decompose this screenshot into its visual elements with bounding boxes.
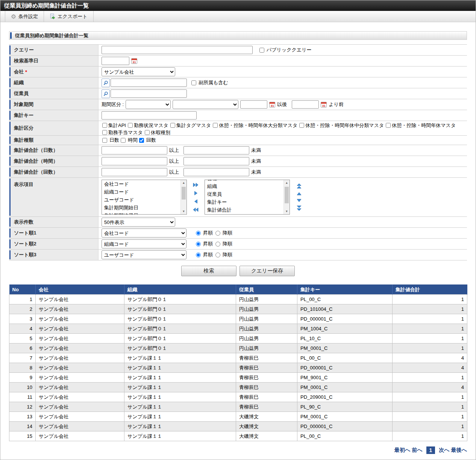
checkbox[interactable] (145, 130, 150, 135)
checkbox[interactable] (170, 123, 175, 128)
period-detail-select[interactable] (173, 100, 238, 109)
checkbox[interactable] (102, 138, 107, 143)
calendar-icon[interactable] (321, 102, 327, 107)
sort1-desc-option[interactable]: 降順 (215, 230, 232, 236)
checkbox-option[interactable]: 勤務状況マスタ (127, 122, 168, 129)
sort1-select[interactable]: 会社コード (102, 228, 186, 238)
sort2-desc-radio[interactable] (215, 242, 220, 247)
sort3-asc-radio[interactable] (196, 253, 201, 257)
calendar-icon[interactable] (131, 58, 137, 64)
move-up-icon[interactable] (297, 192, 302, 195)
employee-input[interactable] (111, 89, 187, 98)
checkbox[interactable] (128, 123, 133, 128)
list-option[interactable]: ユーザコード (102, 196, 180, 204)
list-option[interactable]: 会社コード (102, 180, 180, 188)
export-button[interactable]: エクスポート (44, 11, 94, 22)
checkbox[interactable] (299, 123, 304, 128)
move-all-left-icon[interactable] (193, 207, 199, 212)
total-hours-max-input[interactable] (183, 157, 249, 165)
period-type-select[interactable] (126, 100, 171, 109)
checkbox[interactable] (386, 123, 391, 128)
scrollbar[interactable]: ▲▼ (283, 180, 290, 214)
available-items-list[interactable]: 会社コード組織コードユーザコード集計期間開始日集計期間終了日 ▲▼ (102, 180, 187, 215)
checkbox-option[interactable]: 休暇種別 (144, 129, 170, 136)
total-count-min-input[interactable] (102, 168, 167, 176)
move-bottom-icon[interactable] (297, 206, 302, 211)
page-size-select[interactable]: 50件表示 (102, 218, 175, 227)
employee-search-button[interactable] (102, 89, 110, 98)
company-select[interactable]: サンプル会社 (102, 67, 175, 76)
checkbox[interactable] (139, 138, 144, 143)
sort2-asc-option[interactable]: 昇順 (195, 241, 213, 247)
sub-org-option[interactable]: 副所属も含む (191, 79, 228, 86)
checkbox[interactable] (102, 130, 107, 135)
sort2-select[interactable]: 組織コード (102, 239, 186, 248)
checkbox-option[interactable]: 集計タグマスタ (170, 122, 211, 129)
checkbox-option[interactable]: 休憩・控除・時間年休中分類マスタ (299, 122, 384, 129)
sort1-asc-radio[interactable] (196, 231, 201, 236)
move-down-icon[interactable] (297, 199, 302, 202)
list-option[interactable]: 組織 (205, 182, 283, 190)
checkbox-option[interactable]: 勤務手当マスタ (102, 129, 143, 136)
list-option[interactable]: 集計期間終了日 (102, 212, 180, 215)
period-to-input[interactable] (292, 100, 319, 109)
checkbox-option[interactable]: 休憩・控除・時間年休大分類マスタ (212, 122, 297, 129)
calendar-icon[interactable] (269, 102, 275, 107)
col-header-company[interactable]: 会社 (36, 285, 124, 295)
public-query-option[interactable]: パブリッククエリー (259, 47, 311, 53)
sort1-desc-radio[interactable] (215, 231, 220, 236)
list-option[interactable]: 従業員 (205, 190, 283, 198)
base-date-input[interactable] (102, 57, 129, 65)
sort3-desc-radio[interactable] (215, 253, 220, 257)
col-header-total[interactable]: 集計値合計 (393, 285, 467, 295)
total-days-max-input[interactable] (183, 146, 249, 154)
sort2-desc-option[interactable]: 降順 (215, 241, 232, 247)
checkbox-option[interactable]: 日数 (102, 137, 119, 144)
scrollbar[interactable]: ▲▼ (180, 180, 186, 214)
move-right-icon[interactable] (194, 191, 198, 195)
move-top-icon[interactable] (297, 183, 302, 189)
col-header-employee[interactable]: 従業員 (236, 285, 297, 295)
sub-org-checkbox[interactable] (191, 80, 196, 85)
period-from-input[interactable] (240, 100, 267, 109)
sort3-asc-option[interactable]: 昇順 (195, 251, 213, 258)
total-days-min-input[interactable] (102, 146, 167, 154)
next-page-link[interactable]: 次へ (439, 447, 449, 454)
list-option[interactable]: 会社 (205, 180, 283, 182)
col-header-agg-key[interactable]: 集計キー (297, 285, 393, 295)
org-input[interactable] (111, 79, 187, 87)
sort2-asc-radio[interactable] (196, 242, 201, 247)
sort1-asc-option[interactable]: 昇順 (195, 230, 213, 236)
checkbox[interactable] (213, 123, 218, 128)
list-option[interactable]: 集計期間開始日 (102, 204, 180, 212)
search-button[interactable]: 検索 (181, 266, 236, 276)
sort3-desc-option[interactable]: 降順 (215, 251, 232, 258)
list-option[interactable]: 組織コード (102, 188, 180, 196)
checkbox[interactable] (102, 123, 107, 128)
save-query-button[interactable]: クエリー保存 (240, 266, 295, 276)
org-search-button[interactable] (102, 79, 110, 87)
agg-key-input[interactable] (102, 111, 197, 120)
table-row: 3サンプル会社サンプル部門０１円山益男PD_000001_C1 (9, 314, 467, 324)
last-page-link[interactable]: 最後へ (451, 447, 467, 454)
sort3-select[interactable]: ユーザコード (102, 250, 186, 259)
checkbox-option[interactable]: 回数 (138, 137, 156, 144)
checkbox-option[interactable]: 集計API (102, 122, 126, 129)
total-count-max-input[interactable] (183, 168, 249, 176)
list-option[interactable]: 集計値合計 (205, 206, 283, 214)
col-header-org[interactable]: 組織 (124, 285, 236, 295)
list-option[interactable]: 集計キー (205, 198, 283, 206)
query-input[interactable] (102, 46, 253, 54)
first-page-link[interactable]: 最初へ (394, 447, 410, 454)
checkbox[interactable] (121, 138, 126, 143)
checkbox-option[interactable]: 時間 (120, 137, 138, 144)
col-header-no[interactable]: No (9, 285, 36, 295)
selected-items-list[interactable]: 会社組織従業員集計キー集計値合計 ▲▼ (205, 180, 290, 215)
prev-page-link[interactable]: 前へ (412, 447, 422, 454)
checkbox-option[interactable]: 休憩・控除・時間年休マスタ (385, 122, 456, 129)
total-hours-min-input[interactable] (102, 157, 167, 165)
settings-button[interactable]: 条件設定 (5, 11, 44, 22)
public-query-checkbox[interactable] (259, 48, 264, 53)
move-left-icon[interactable] (194, 199, 198, 204)
move-all-right-icon[interactable] (193, 183, 199, 187)
